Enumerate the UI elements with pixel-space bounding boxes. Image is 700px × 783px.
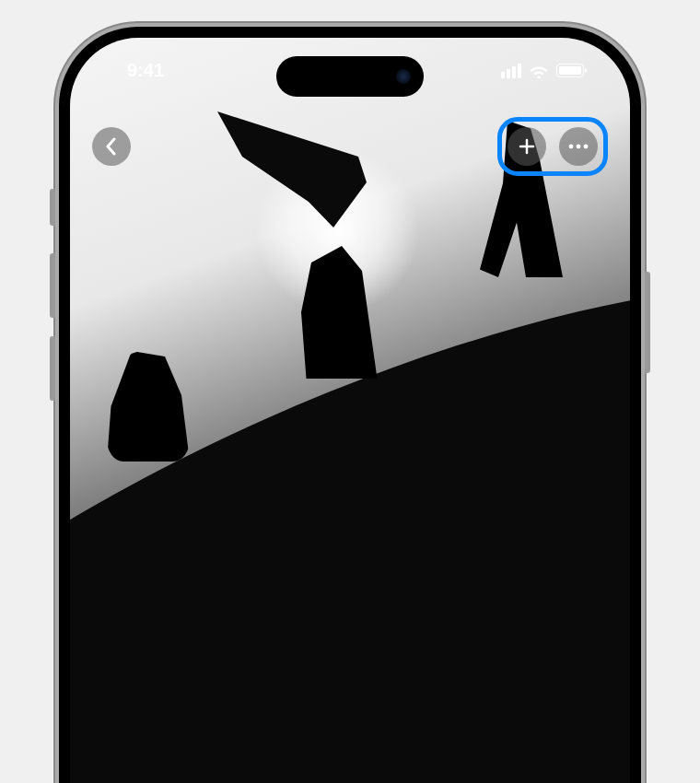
screen: 9:41 <box>70 38 630 783</box>
cellular-signal-icon <box>501 64 521 78</box>
plus-icon <box>518 137 536 156</box>
wifi-icon <box>529 64 549 78</box>
phone-frame: 9:41 <box>55 23 645 783</box>
volume-down-button <box>50 336 55 401</box>
side-button <box>50 189 55 226</box>
more-button[interactable] <box>559 127 598 166</box>
add-button[interactable] <box>508 127 546 166</box>
front-camera <box>396 69 411 84</box>
ellipsis-icon <box>568 144 589 149</box>
back-button[interactable] <box>92 127 131 166</box>
power-button <box>645 272 650 373</box>
svg-point-0 <box>569 145 574 149</box>
dynamic-island <box>276 56 424 97</box>
svg-point-1 <box>577 145 581 149</box>
highlight-annotation <box>497 117 608 176</box>
volume-up-button <box>50 253 55 318</box>
svg-point-2 <box>584 145 589 149</box>
battery-icon <box>556 64 584 77</box>
status-time: 9:41 <box>107 60 164 81</box>
chevron-left-icon <box>105 137 118 156</box>
